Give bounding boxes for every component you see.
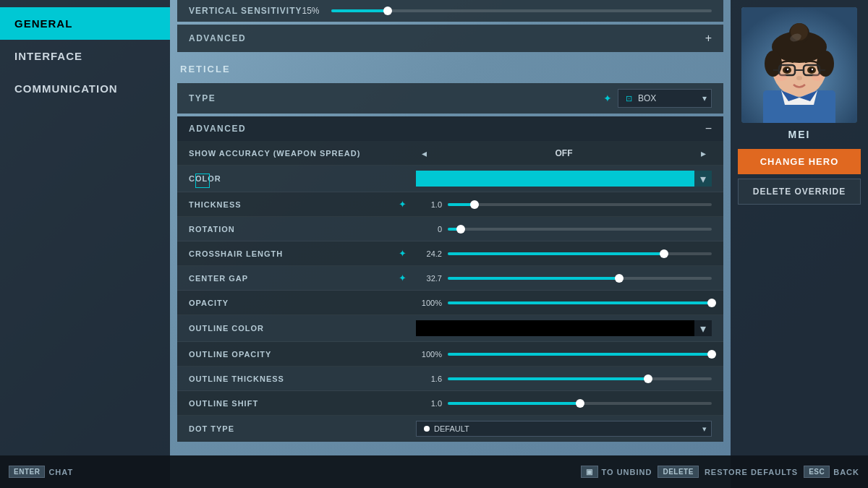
to-unbind-label: TO UNBIND xyxy=(602,468,652,476)
setting-slider[interactable] xyxy=(448,203,712,206)
collapse-icon[interactable]: − xyxy=(705,122,712,135)
type-label: TYPE xyxy=(189,93,603,103)
type-star-icon: ✦ xyxy=(603,93,612,104)
sidebar-item-communication[interactable]: COMMUNICATION xyxy=(0,72,170,105)
restore-defaults-label: RESTORE DEFAULTS xyxy=(705,468,798,476)
chevron-right-button[interactable]: ▸ xyxy=(695,147,712,159)
dropdown-arrow-icon: ▾ xyxy=(702,93,707,103)
advanced-collapsed-label: ADVANCED xyxy=(189,33,246,43)
setting-slider[interactable] xyxy=(448,252,712,255)
setting-slider[interactable] xyxy=(448,228,712,231)
setting-slider[interactable] xyxy=(448,377,712,380)
setting-slider[interactable] xyxy=(448,353,712,356)
color-swatch[interactable]: ▾ xyxy=(416,320,712,336)
color-dropdown-arrow-icon[interactable]: ▾ xyxy=(694,171,712,187)
slider-thumb xyxy=(644,374,652,383)
dot-dropdown-arrow-icon: ▾ xyxy=(702,424,707,434)
panel-advanced-header: ADVANCED − xyxy=(177,116,723,141)
setting-name-label: DOT TYPE xyxy=(189,424,399,433)
setting-slider[interactable] xyxy=(448,277,712,280)
mei-portrait-svg xyxy=(741,7,857,123)
delete-key-badge: DELETE xyxy=(658,466,698,478)
slider-fill xyxy=(448,377,648,380)
bottom-bar: ENTER CHAT ▣ TO UNBIND DELETE RESTORE DE… xyxy=(0,455,868,488)
setting-name-label: OUTLINE OPACITY xyxy=(189,350,399,359)
sidebar-item-interface[interactable]: INTERFACE xyxy=(0,40,170,72)
slider-thumb xyxy=(576,399,584,408)
restore-defaults-action: RESTORE DEFAULTS xyxy=(705,468,798,476)
dot-indicator-icon xyxy=(424,426,430,432)
setting-name-label: SHOW ACCURACY (WEAPON SPREAD) xyxy=(189,149,399,158)
slider-thumb xyxy=(470,200,479,209)
svg-point-23 xyxy=(812,74,823,81)
setting-name-label: THICKNESS xyxy=(189,200,399,209)
setting-name-label: OUTLINE SHIFT xyxy=(189,399,399,408)
svg-point-17 xyxy=(785,68,789,72)
setting-value-label: 100% xyxy=(416,299,442,307)
setting-row: CROSSHAIR LENGTH✦24.2 xyxy=(177,241,723,266)
chevron-value-label: OFF xyxy=(433,148,695,158)
delete-action: DELETE xyxy=(658,466,698,478)
setting-name-label: OPACITY xyxy=(189,299,399,307)
color-swatch[interactable]: ▾ xyxy=(416,171,712,187)
enter-chat-action: ENTER CHAT xyxy=(9,466,73,478)
slider-thumb xyxy=(707,350,716,359)
setting-value-label: 32.7 xyxy=(416,274,442,283)
chevron-left-button[interactable]: ◂ xyxy=(416,147,433,159)
setting-slider[interactable] xyxy=(448,402,712,405)
slider-thumb xyxy=(707,299,716,307)
setting-row: SHOW ACCURACY (WEAPON SPREAD)◂OFF▸ xyxy=(177,141,723,166)
setting-row: OUTLINE COLOR▾ xyxy=(177,315,723,342)
change-hero-button[interactable]: CHANGE HERO xyxy=(738,149,861,174)
setting-value-label: 100% xyxy=(416,350,442,359)
box-icon: ⊡ xyxy=(626,94,632,103)
dot-type-value: DEFAULT xyxy=(434,424,469,433)
vertical-sensitivity-row: VERTICAL SENSITIVITY 15% xyxy=(177,0,723,22)
type-dropdown[interactable]: ⊡ BOX ▾ xyxy=(618,89,712,108)
advanced-collapsed-row[interactable]: ADVANCED + xyxy=(177,25,723,52)
setting-star-icon: ✦ xyxy=(399,248,410,259)
settings-panel: ADVANCED − SHOW ACCURACY (WEAPON SPREAD)… xyxy=(177,116,723,442)
slider-thumb xyxy=(456,225,465,234)
setting-value-label: 1.0 xyxy=(416,399,442,408)
sidebar-item-general[interactable]: GENERAL xyxy=(0,7,170,40)
setting-star-icon: ✦ xyxy=(399,273,410,283)
setting-row: ROTATION0 xyxy=(177,217,723,241)
vertical-sensitivity-label: VERTICAL SENSITIVITY xyxy=(189,6,302,16)
chat-label: CHAT xyxy=(48,468,73,476)
color-swatch-fill xyxy=(416,320,712,336)
slider-fill xyxy=(448,277,619,280)
reticle-section-header: RETICLE xyxy=(177,58,723,80)
setting-row: CENTER GAP✦32.7 xyxy=(177,266,723,291)
setting-row: THICKNESS✦1.0 xyxy=(177,192,723,217)
main-content: VERTICAL SENSITIVITY 15% ADVANCED + RETI… xyxy=(177,0,723,455)
right-panel: MEI CHANGE HERO DELETE OVERRIDE xyxy=(731,0,868,488)
setting-row: OUTLINE OPACITY100% xyxy=(177,342,723,367)
slider-thumb xyxy=(660,249,668,258)
setting-row: OPACITY100% xyxy=(177,291,723,315)
delete-override-button[interactable]: DELETE OVERRIDE xyxy=(738,179,861,205)
setting-name-label: COLOR xyxy=(189,174,399,183)
hero-name: MEI xyxy=(788,129,811,140)
setting-slider[interactable] xyxy=(448,301,712,304)
hero-portrait xyxy=(741,7,857,123)
setting-value-label: 1.0 xyxy=(416,200,442,209)
type-row: TYPE ✦ ⊡ BOX ▾ xyxy=(177,83,723,114)
crosshair-preview-box xyxy=(195,174,210,188)
crosshair-preview-area xyxy=(195,174,210,188)
sidebar: GENERAL INTERFACE COMMUNICATION xyxy=(0,0,170,488)
svg-point-19 xyxy=(787,69,788,70)
vertical-sensitivity-control: 15% xyxy=(302,6,712,16)
vertical-sensitivity-slider[interactable] xyxy=(331,9,712,12)
dot-type-dropdown[interactable]: DEFAULT▾ xyxy=(416,421,712,437)
panel-advanced-label: ADVANCED xyxy=(189,124,246,134)
slider-thumb xyxy=(615,274,624,283)
slider-fill xyxy=(448,402,580,405)
color-dropdown-arrow-icon[interactable]: ▾ xyxy=(694,320,712,336)
chevron-control: ◂OFF▸ xyxy=(416,147,712,159)
setting-value-label: 1.6 xyxy=(416,374,442,383)
settings-rows-container: SHOW ACCURACY (WEAPON SPREAD)◂OFF▸COLOR▾… xyxy=(177,141,723,442)
back-action: ESC BACK xyxy=(804,466,859,478)
expand-icon: + xyxy=(705,32,712,45)
setting-name-label: CROSSHAIR LENGTH xyxy=(189,249,399,258)
